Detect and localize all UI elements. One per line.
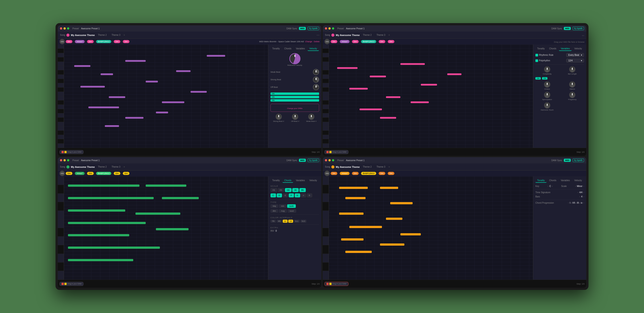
nav-tr[interactable]: ‹ › bbox=[582, 35, 584, 37]
stance-knob[interactable] bbox=[569, 81, 576, 88]
tab-theme3[interactable]: Theme 3 bbox=[110, 33, 122, 37]
on-toggle-2-tr[interactable]: ON bbox=[542, 77, 548, 80]
on-toggle-1-tr[interactable]: ON bbox=[536, 77, 541, 80]
drag-to-daw-top-right[interactable]: Drag in your DAW bbox=[324, 150, 348, 154]
chord-amus7[interactable]: Amus7 bbox=[75, 40, 84, 43]
scale-bb[interactable]: Bb bbox=[299, 188, 306, 192]
tab-chords-bl[interactable]: Chords bbox=[282, 178, 293, 183]
dot-green-br[interactable] bbox=[332, 159, 334, 161]
chord-bmbp12m13[interactable]: BmbP12M13 bbox=[96, 40, 111, 43]
scale-db[interactable]: Db bbox=[270, 188, 277, 192]
chord-tr-3[interactable]: Dm bbox=[352, 40, 359, 43]
midi-badge-bl[interactable]: MIDI bbox=[299, 159, 306, 162]
play-button-bl[interactable] bbox=[66, 165, 70, 168]
tab-tonality-br[interactable]: Tonality bbox=[536, 178, 546, 183]
tab-tonality-bl[interactable]: Tonality bbox=[270, 178, 282, 183]
tab-theme2[interactable]: Theme 2 bbox=[96, 33, 108, 37]
orb-btn-tr[interactable]: ORB bbox=[324, 39, 330, 44]
scale-prev[interactable]: ‹ bbox=[575, 185, 576, 187]
type-sus2[interactable]: sus2 bbox=[288, 209, 296, 213]
tab-velocity[interactable]: Velocity bbox=[308, 47, 319, 51]
type-maj[interactable]: Maj bbox=[270, 204, 278, 208]
midi-action[interactable]: Change · Delete bbox=[305, 41, 320, 43]
tab-variables-br[interactable]: Variables bbox=[559, 178, 572, 183]
midi-badge-tr[interactable]: MIDI bbox=[564, 27, 571, 30]
rhythmic-rule-check[interactable] bbox=[536, 54, 538, 57]
dot-red-tr[interactable] bbox=[325, 27, 327, 30]
interval-7th[interactable]: 7th bbox=[270, 220, 276, 223]
chord-br-2[interactable]: Amus7 bbox=[340, 172, 350, 175]
chord-bl-1[interactable]: Dm bbox=[66, 172, 72, 175]
chord-br-5[interactable]: Dm bbox=[379, 172, 385, 175]
tab-theme2-tr[interactable]: Theme 2 bbox=[361, 33, 373, 37]
tab-tonality[interactable]: Tonality bbox=[270, 47, 282, 51]
scale-ab[interactable]: Ab bbox=[292, 188, 299, 192]
drag-to-daw-bottom-right[interactable]: Drag in your DAW bbox=[324, 282, 348, 286]
scale-e[interactable]: E bbox=[283, 193, 288, 197]
midi-badge-br[interactable]: MIDI bbox=[564, 159, 571, 162]
bars-prev[interactable]: ‹ bbox=[580, 195, 580, 198]
tab-variables[interactable]: Variables bbox=[294, 47, 307, 51]
dot-yellow-bl[interactable] bbox=[64, 159, 66, 161]
play-button-tr[interactable] bbox=[331, 34, 334, 37]
scale-next[interactable]: › bbox=[584, 185, 584, 187]
note-grid-bottom-right[interactable] bbox=[329, 176, 533, 280]
dot-red-bl[interactable] bbox=[60, 159, 62, 161]
interval-13[interactable]: 13 bbox=[288, 220, 293, 223]
tab-add-bl[interactable]: + bbox=[124, 165, 125, 168]
tab-theme3-br[interactable]: Theme 3 bbox=[375, 165, 387, 168]
chord-bl-2[interactable]: Amus7 bbox=[75, 172, 84, 175]
tab-add[interactable]: + bbox=[124, 34, 125, 37]
interval-b13[interactable]: b13 bbox=[300, 220, 306, 223]
drag-zone-velocity[interactable]: Change your ORBs bbox=[270, 104, 319, 112]
tab-theme2-bl[interactable]: Theme 2 bbox=[96, 165, 108, 168]
off-beat-v-knob[interactable] bbox=[292, 114, 298, 120]
chord-br-4[interactable]: BmbP12M13 bbox=[361, 172, 376, 175]
tab-velocity-br[interactable]: Velocity bbox=[572, 178, 584, 183]
bar-length-knob[interactable] bbox=[569, 66, 576, 73]
synth-badge-tr[interactable]: Fy Synth bbox=[572, 27, 584, 30]
scale-gb[interactable]: Gb bbox=[285, 188, 292, 192]
tab-chords-tr[interactable]: Chords bbox=[548, 47, 558, 51]
tab-velocity-tr[interactable]: Velocity bbox=[572, 47, 584, 51]
synth-badge-br[interactable]: Fy Synth bbox=[572, 158, 584, 162]
play-button-br[interactable] bbox=[331, 165, 334, 168]
chord-br-6[interactable]: Dm bbox=[388, 172, 394, 175]
octave-knob[interactable] bbox=[544, 81, 550, 88]
type-aug[interactable]: Aug bbox=[279, 209, 287, 213]
strong-beat-knob[interactable] bbox=[313, 77, 319, 83]
chord-tr-2[interactable]: Amus7 bbox=[340, 40, 350, 43]
tab-tonality-tr[interactable]: Tonality bbox=[536, 47, 546, 51]
type-min[interactable]: min bbox=[279, 204, 287, 208]
toggle-on-2[interactable]: ON bbox=[270, 96, 319, 98]
toolbar-nav-next[interactable]: › bbox=[318, 34, 319, 36]
tab-variables-bl[interactable]: Variables bbox=[294, 178, 307, 183]
tab-chords[interactable]: Chords bbox=[282, 47, 293, 51]
midi-badge[interactable]: MIDI bbox=[299, 27, 306, 30]
syncopation-knob[interactable] bbox=[544, 92, 550, 98]
tab-chords-br[interactable]: Chords bbox=[548, 178, 558, 183]
scale-f[interactable]: F bbox=[289, 193, 294, 197]
key-next[interactable]: › bbox=[552, 185, 552, 187]
dot-green[interactable] bbox=[67, 27, 69, 30]
bars-next[interactable]: › bbox=[584, 195, 584, 198]
chord-bl-3[interactable]: Dm bbox=[87, 172, 94, 175]
tab-theme3-bl[interactable]: Theme 3 bbox=[110, 165, 122, 168]
scale-c[interactable]: C bbox=[270, 193, 276, 197]
tab-add-tr[interactable]: + bbox=[388, 34, 390, 37]
dot-yellow-br[interactable] bbox=[328, 159, 331, 161]
dot-red-br[interactable] bbox=[325, 159, 327, 161]
key-prev[interactable]: ‹ bbox=[548, 185, 548, 187]
weak-beat-v-knob[interactable] bbox=[308, 114, 314, 120]
chord-bl-4[interactable]: BmbP12M13 bbox=[96, 172, 111, 175]
chord-br-3[interactable]: Dm bbox=[352, 172, 359, 175]
tab-theme3-tr[interactable]: Theme 3 bbox=[375, 33, 387, 37]
chord-br-1[interactable]: Dm bbox=[331, 172, 337, 175]
polyphony-knob[interactable] bbox=[569, 92, 576, 98]
time-sig-next[interactable]: › bbox=[584, 191, 584, 194]
orb-btn-br[interactable]: ORB bbox=[324, 171, 330, 176]
strong-beat-v-knob[interactable] bbox=[276, 114, 282, 120]
harmonic-touch-knob[interactable] bbox=[544, 102, 550, 109]
toggle-on-3[interactable]: ON bbox=[270, 99, 319, 102]
chord-dm-4[interactable]: Dm bbox=[123, 40, 130, 43]
